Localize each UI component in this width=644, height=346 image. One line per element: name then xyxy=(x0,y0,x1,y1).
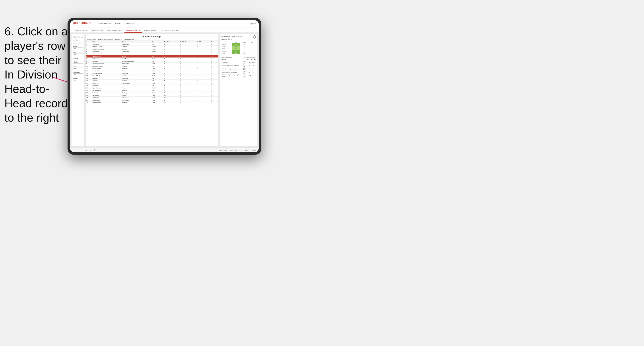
tablet-screen: SCOREBOARD Powered by clippi TOURNAMENTS… xyxy=(70,20,259,152)
filter-year-value[interactable]: (All) xyxy=(73,53,83,56)
table-row[interactable]: 3 Michael Thorbjornsen Stanford Fourth 1… xyxy=(86,48,218,50)
cell-player: Jake Hall xyxy=(92,77,121,80)
h2h-win-value: 46 xyxy=(232,50,240,52)
filter-conference-value[interactable]: (All) xyxy=(73,73,83,76)
toolbar-share[interactable]: Share xyxy=(252,149,257,151)
filter-player-value[interactable]: (All) xyxy=(73,80,83,82)
cell-reg-rank: 1 xyxy=(164,99,179,102)
tab-team-h2h-grid[interactable]: TEAM H2H GRID xyxy=(90,29,105,33)
table-row[interactable]: 4 Luke Claton Florida State Second 1 27 … xyxy=(86,50,218,53)
table-row[interactable]: 13 Phichakn Maichon Texas A&M Third 6 30… xyxy=(86,72,218,75)
table-row[interactable]: 25 Cole Sherwood Vanderbilt Third 12 23 … xyxy=(86,102,218,104)
cell-num: 20 xyxy=(86,89,92,92)
cell-rds: 0 xyxy=(196,75,210,77)
h2h-col-loss: Loss xyxy=(240,41,249,43)
cell-num: 23 xyxy=(86,97,92,99)
h2h-rank-label: Top 10 xyxy=(222,43,232,45)
table-row[interactable]: 9 Preston Summerhays Arizona State Third… xyxy=(86,63,218,65)
table-row[interactable]: 19 Tiger Christensen Arizona Third 8 23 … xyxy=(86,87,218,89)
cell-rds: 1 xyxy=(196,94,210,97)
table-row[interactable]: 1 Wenyi Ding Arizona State First 1 1 8 1 xyxy=(86,43,218,45)
cell-yr: Second xyxy=(151,45,164,48)
table-row[interactable]: 23 Jack Lundin Missouri Fourth 11 24 1 1 xyxy=(86,97,218,99)
table-row[interactable]: 5 Christo Lamprecht Georgia Tech Fourth … xyxy=(86,53,218,55)
table-row[interactable]: 6 Jackson Koivun Auburn First 1 22 1 1 xyxy=(86,55,218,58)
cell-yr: Fifth xyxy=(151,80,164,82)
cell-conf-rank: 24 xyxy=(180,60,196,63)
nav-right: Sign out xyxy=(250,23,256,24)
tab-player-summary[interactable]: PLAYER SUMMARY xyxy=(124,29,142,33)
nav-committee[interactable]: COMMITTEE xyxy=(123,22,137,25)
cell-num: 11 xyxy=(86,67,92,70)
tour-type: Match Play xyxy=(242,74,249,77)
cell-conf-rank: 27 xyxy=(180,50,196,53)
table-row[interactable]: 11 Gordon Sargent Vanderbilt Third 4 21 … xyxy=(86,67,218,70)
table-row[interactable]: 8 Mats Ege East Tennessee State Fifth 1 … xyxy=(86,60,218,63)
toolbar-redo[interactable]: ↪ xyxy=(76,149,79,151)
table-row[interactable]: 22 Ian Gilligan Florida Third 10 24 1 1 xyxy=(86,94,218,97)
cell-num: 10 xyxy=(86,65,92,67)
tour-name: Amer Ari Intercollegiate Invitational xyxy=(222,64,242,67)
table-row[interactable]: 20 Matthew Riedel Vanderbilt Fifth 6 23 … xyxy=(86,89,218,92)
tab-player-h2h-heatmap[interactable]: PLAYER H2H HEATMAP xyxy=(160,29,181,33)
tab-team-summary[interactable]: TEAM SUMMARY xyxy=(73,29,90,33)
table-row[interactable]: 7 Nicholas Gabrelcik North Florida Fourt… xyxy=(86,58,218,60)
logo-area: SCOREBOARD Powered by clippi xyxy=(73,22,92,26)
cell-conf-rank: 24 xyxy=(180,94,196,97)
filter-region: Region N/a xyxy=(73,65,83,70)
toolbar-zoom-in[interactable]: ⊞ xyxy=(84,149,88,151)
cell-win: 1 xyxy=(210,58,218,60)
table-title: Player Standings xyxy=(86,34,218,38)
table-header-row: # Player School Yr Reg Rank Conf Rank No… xyxy=(86,41,218,43)
filter-year-label: Year xyxy=(73,52,83,53)
filter-division-value[interactable]: NCAA Division I xyxy=(73,60,83,64)
tab-team-h2h-heatmap[interactable]: TEAM H2H HEATMAP xyxy=(105,29,124,33)
col-reg-rank: Reg Rank xyxy=(164,41,179,43)
nav-tournaments[interactable]: TOURNAMENTS xyxy=(96,22,113,25)
h2h-close-button[interactable]: ✕ xyxy=(253,35,256,38)
table-row[interactable]: 15 Jake Hall Tennessee Fifth 4 22 1 1 xyxy=(86,77,218,80)
toolbar-watch[interactable]: Watch ▾ xyxy=(244,149,250,151)
toolbar-save-custom[interactable]: Save Custom View xyxy=(230,149,242,151)
tab-player-h2h-grid[interactable]: PLAYER H2H GRID xyxy=(142,29,160,33)
cell-conf-rank: 1 xyxy=(180,43,196,45)
toolbar-zoom-out[interactable]: ⊟ xyxy=(89,149,92,151)
cell-win: 1 xyxy=(210,99,218,102)
filter-region-value[interactable]: N/a xyxy=(73,67,83,70)
table-row[interactable]: 17 David Ford North Carolina Third 4 21 … xyxy=(86,82,218,84)
cell-school: East Tennessee State xyxy=(121,60,151,63)
cell-num: 9 xyxy=(86,63,92,65)
table-row[interactable]: 2 Michael La Sasse Ole Miss Second 1 18 … xyxy=(86,45,218,48)
main-content: Update time: 27/03/2024 16:56:26 No Rds.… xyxy=(70,33,259,148)
cell-win: 1 xyxy=(210,75,218,77)
cell-win: 1 xyxy=(210,84,218,87)
table-row[interactable]: 10 Jacob Mox-Olesen Arkansas Fifth 4 25 … xyxy=(86,65,218,67)
table-row[interactable]: 21 Taehoon Song Washington Fourth 6 23 1… xyxy=(86,92,218,94)
cell-win: 1 xyxy=(210,70,218,72)
sign-out-button[interactable]: Sign out xyxy=(250,23,256,24)
tour-score: -17 xyxy=(252,71,256,74)
col-conf-rank: Conf Rank xyxy=(180,41,196,43)
cell-conf-rank: 22 xyxy=(180,55,196,58)
cell-yr: Fourth xyxy=(151,48,164,50)
cell-conf-rank: 22 xyxy=(180,77,196,80)
table-row[interactable]: 24 Bastien Amat New Mexico Fourth 1 27 2… xyxy=(86,99,218,102)
table-row[interactable]: 18 Luke Powell UCLA First 4 24 1 1 xyxy=(86,84,218,87)
table-row[interactable]: 12 Brendan Valles Auburn Third 4 27 0 1 xyxy=(86,70,218,72)
cell-reg-rank: 11 xyxy=(164,97,179,99)
table-row[interactable]: 14 Maxwell Ford North Carolina Third 4 2… xyxy=(86,75,218,77)
cell-num: 17 xyxy=(86,82,92,84)
filter-no-rds-value: 6 xyxy=(73,41,83,44)
toolbar-undo[interactable]: ↩ xyxy=(72,149,75,151)
toolbar-timer[interactable]: ⌛ xyxy=(93,149,96,151)
cell-conf-rank: 23 xyxy=(180,75,196,77)
toolbar-view-original[interactable]: View: Original xyxy=(218,149,228,151)
table-row[interactable]: 16 Alex Goff Kentucky Fifth 8 19 0 1 xyxy=(86,80,218,82)
toolbar-refresh[interactable]: ⤻ xyxy=(80,149,83,151)
cell-win: 1 xyxy=(210,43,218,45)
cell-yr: Fourth xyxy=(151,99,164,102)
cell-num: 7 xyxy=(86,58,92,60)
cell-conf-rank: 24 xyxy=(180,97,196,99)
nav-teams[interactable]: TEAMS xyxy=(113,22,123,25)
filter-gender: Gender Men xyxy=(73,45,83,50)
